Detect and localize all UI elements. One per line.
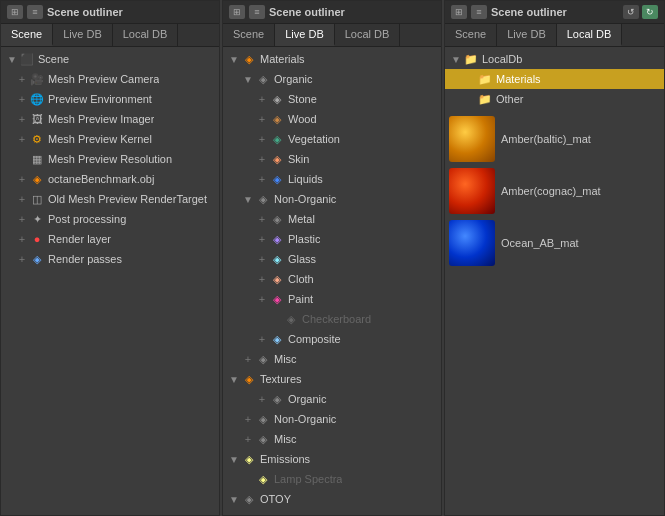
mid-item-veg[interactable]: + ◈ Vegetation (223, 129, 441, 149)
left-item-kernel[interactable]: + ⚙ Mesh Preview Kernel (1, 129, 219, 149)
mid-item-nonorganic[interactable]: ▼ ◈ Non-Organic (223, 189, 441, 209)
expand-organic[interactable]: ▼ (241, 72, 255, 86)
checker-icon: ◈ (283, 311, 299, 327)
tex-nonorganic-icon: ◈ (255, 411, 271, 427)
expand-otoy[interactable]: ▼ (227, 492, 241, 506)
plus-kernel[interactable]: + (15, 132, 29, 146)
expand-emissions[interactable]: ▼ (227, 452, 241, 466)
left-header-icon1[interactable]: ⊞ (7, 5, 23, 19)
mid-header-icon1[interactable]: ⊞ (229, 5, 245, 19)
plus-liquids[interactable]: + (255, 172, 269, 186)
expand-materials[interactable]: ▼ (227, 52, 241, 66)
expand-nonorganic[interactable]: ▼ (241, 192, 255, 206)
plus-misc1[interactable]: + (241, 352, 255, 366)
left-item-passes[interactable]: + ◈ Render passes (1, 249, 219, 269)
plus-skin[interactable]: + (255, 152, 269, 166)
expand-textures[interactable]: ▼ (227, 372, 241, 386)
plus-veg[interactable]: + (255, 132, 269, 146)
plus-composite[interactable]: + (255, 332, 269, 346)
right-header-icon2[interactable]: ≡ (471, 5, 487, 19)
mid-item-lamp[interactable]: ◈ Lamp Spectra (223, 469, 441, 489)
plus-glass[interactable]: + (255, 252, 269, 266)
mid-item-metal[interactable]: + ◈ Metal (223, 209, 441, 229)
plus-target[interactable]: + (15, 192, 29, 206)
left-item-camera[interactable]: + 🎥 Mesh Preview Camera (1, 69, 219, 89)
mid-item-stone[interactable]: + ◈ Stone (223, 89, 441, 109)
mid-item-liquids[interactable]: + ◈ Liquids (223, 169, 441, 189)
mid-item-abs[interactable]: + ◈ Absolute Textures (223, 509, 441, 515)
mid-item-textures[interactable]: ▼ ◈ Textures (223, 369, 441, 389)
plus-obj[interactable]: + (15, 172, 29, 186)
plus-tex-misc[interactable]: + (241, 432, 255, 446)
obj-icon: ◈ (29, 171, 45, 187)
mid-item-tex-misc[interactable]: + ◈ Misc (223, 429, 441, 449)
imager-icon: 🖼 (29, 111, 45, 127)
plus-metal[interactable]: + (255, 212, 269, 226)
mid-item-emissions[interactable]: ▼ ◈ Emissions (223, 449, 441, 469)
plus-paint[interactable]: + (255, 292, 269, 306)
right-tab-localdb[interactable]: Local DB (557, 24, 623, 46)
left-item-post[interactable]: + ✦ Post processing (1, 209, 219, 229)
mid-item-organic[interactable]: ▼ ◈ Organic (223, 69, 441, 89)
left-tab-scene[interactable]: Scene (1, 24, 53, 46)
mat-item-amber-baltic[interactable]: Amber(baltic)_mat (445, 113, 664, 165)
left-tab-localdb[interactable]: Local DB (113, 24, 179, 46)
left-panel: ⊞ ≡ Scene outliner Scene Live DB Local D… (0, 0, 220, 516)
left-item-scene[interactable]: ▼ ⬛ Scene (1, 49, 219, 69)
left-item-res[interactable]: ▦ Mesh Preview Resolution (1, 149, 219, 169)
left-item-layer[interactable]: + ● Render layer (1, 229, 219, 249)
plus-camera[interactable]: + (15, 72, 29, 86)
mid-item-cloth[interactable]: + ◈ Cloth (223, 269, 441, 289)
mid-tab-localdb[interactable]: Local DB (335, 24, 401, 46)
mid-item-tex-organic[interactable]: + ◈ Organic (223, 389, 441, 409)
left-header-icon2[interactable]: ≡ (27, 5, 43, 19)
left-item-imager[interactable]: + 🖼 Mesh Preview Imager (1, 109, 219, 129)
mid-header-icon2[interactable]: ≡ (249, 5, 265, 19)
plus-wood[interactable]: + (255, 112, 269, 126)
right-item-localdb[interactable]: ▼ 📁 LocalDb (445, 49, 664, 69)
mid-item-plastic[interactable]: + ◈ Plastic (223, 229, 441, 249)
post-label: Post processing (48, 213, 126, 225)
composite-label: Composite (288, 333, 341, 345)
mid-item-materials[interactable]: ▼ ◈ Materials (223, 49, 441, 69)
plus-tex-nonorganic[interactable]: + (241, 412, 255, 426)
right-tab-scene[interactable]: Scene (445, 24, 497, 46)
plus-passes[interactable]: + (15, 252, 29, 266)
mid-item-composite[interactable]: + ◈ Composite (223, 329, 441, 349)
plus-post[interactable]: + (15, 212, 29, 226)
refresh-icon[interactable]: ↺ (623, 5, 639, 19)
left-item-env[interactable]: + 🌐 Preview Environment (1, 89, 219, 109)
mid-item-misc1[interactable]: + ◈ Misc (223, 349, 441, 369)
plus-env[interactable]: + (15, 92, 29, 106)
right-tab-livedb[interactable]: Live DB (497, 24, 557, 46)
plus-plastic[interactable]: + (255, 232, 269, 246)
mid-item-skin[interactable]: + ◈ Skin (223, 149, 441, 169)
target-icon: ◫ (29, 191, 45, 207)
left-item-obj[interactable]: + ◈ octaneBenchmark.obj (1, 169, 219, 189)
expand-scene[interactable]: ▼ (5, 52, 19, 66)
plus-cloth[interactable]: + (255, 272, 269, 286)
mid-item-paint[interactable]: + ◈ Paint (223, 289, 441, 309)
mid-tab-scene[interactable]: Scene (223, 24, 275, 46)
left-tab-livedb[interactable]: Live DB (53, 24, 113, 46)
mid-item-wood[interactable]: + ◈ Wood (223, 109, 441, 129)
plus-tex-organic[interactable]: + (255, 392, 269, 406)
mid-item-checker[interactable]: ◈ Checkerboard (223, 309, 441, 329)
mat-item-ocean[interactable]: Ocean_AB_mat (445, 217, 664, 269)
right-header-icon1[interactable]: ⊞ (451, 5, 467, 19)
mat-item-amber-cognac[interactable]: Amber(cognac)_mat (445, 165, 664, 217)
mid-item-otoy[interactable]: ▼ ◈ OTOY (223, 489, 441, 509)
mid-item-glass[interactable]: + ◈ Glass (223, 249, 441, 269)
sync-icon[interactable]: ↻ (642, 5, 658, 19)
right-item-other[interactable]: 📁 Other (445, 89, 664, 109)
plus-imager[interactable]: + (15, 112, 29, 126)
plus-layer[interactable]: + (15, 232, 29, 246)
mid-item-tex-nonorganic[interactable]: + ◈ Non-Organic (223, 409, 441, 429)
plus-abs[interactable]: + (241, 512, 255, 515)
left-item-target[interactable]: + ◫ Old Mesh Preview RenderTarget (1, 189, 219, 209)
right-item-materials[interactable]: 📁 Materials (445, 69, 664, 89)
lamp-label: Lamp Spectra (274, 473, 342, 485)
plus-stone[interactable]: + (255, 92, 269, 106)
expand-localdb[interactable]: ▼ (449, 52, 463, 66)
mid-tab-livedb[interactable]: Live DB (275, 24, 335, 46)
